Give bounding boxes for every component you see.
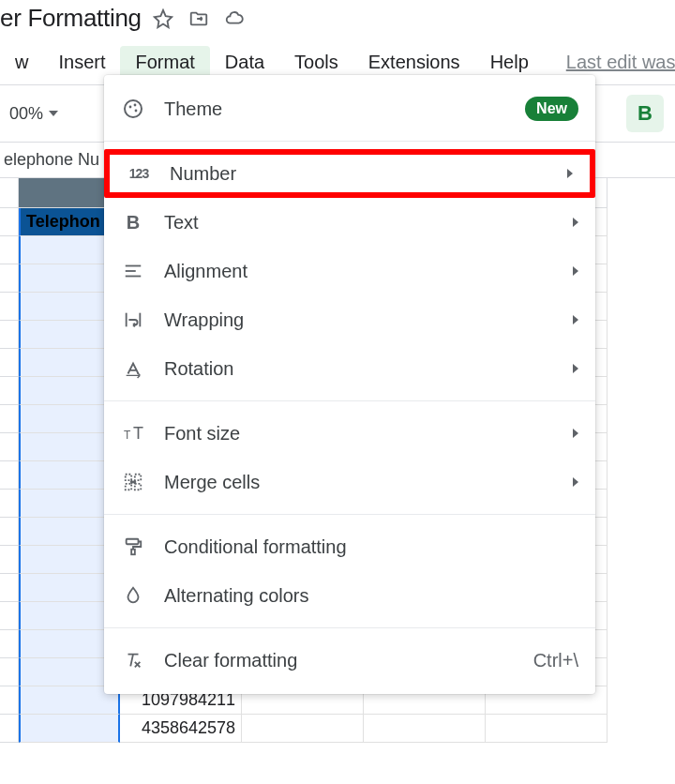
menu-label: Merge cells [164,472,573,493]
menu-label: Wrapping [164,309,573,331]
menu-divider [104,141,595,142]
menu-alternating-colors[interactable]: Alternating colors [104,571,595,620]
text-wrap-icon [121,308,145,332]
menu-divider [104,400,595,401]
row-number[interactable] [0,377,19,405]
svg-point-1 [129,106,132,109]
merge-cells-icon [121,470,145,494]
menu-theme[interactable]: Theme New [104,84,595,133]
menu-text[interactable]: B Text [104,198,595,247]
row-number[interactable] [0,236,19,264]
bold-b-icon: B [121,210,145,234]
cloud-save-icon[interactable] [224,8,245,29]
menu-label: Alignment [164,261,573,282]
svg-rect-11 [127,539,139,545]
menu-divider [104,514,595,515]
menu-clear-formatting[interactable]: Clear formatting Ctrl+\ [104,636,595,685]
number-123-icon: 123 [127,161,151,186]
palette-icon [121,97,145,121]
menu-label: Rotation [164,358,573,380]
clear-format-icon [121,648,145,672]
menu-label: Theme [164,98,525,120]
row-number[interactable] [0,518,19,546]
row-number[interactable] [0,264,19,293]
menu-data[interactable]: Data [210,46,279,79]
menu-label: Clear formatting [164,650,533,671]
menu-alignment[interactable]: Alignment [104,247,595,295]
paint-roller-icon [121,535,145,559]
row-number[interactable] [0,490,19,518]
menu-number[interactable]: 123 Number [104,149,595,198]
last-edit-link[interactable]: Last edit was [566,52,675,73]
menu-tools[interactable]: Tools [279,46,353,79]
droplet-icon [121,583,145,608]
menu-view[interactable]: w [0,46,43,79]
keyboard-shortcut: Ctrl+\ [533,650,578,671]
align-left-icon [121,259,145,283]
submenu-arrow-icon [573,315,578,324]
menu-insert[interactable]: Insert [43,46,120,79]
menu-label: Font size [164,423,573,445]
row-number[interactable] [0,433,19,461]
cell[interactable] [19,715,120,743]
menu-wrapping[interactable]: Wrapping [104,295,595,344]
cell[interactable]: 4358642578 [120,715,242,743]
svg-point-2 [134,104,137,107]
bold-button[interactable]: B [626,95,664,132]
row-number[interactable] [0,546,19,574]
select-all-cell[interactable] [0,178,19,208]
menu-label: Conditional formatting [164,536,578,558]
caret-down-icon [49,111,58,116]
submenu-arrow-icon [567,169,573,178]
row-number[interactable] [0,715,19,743]
svg-text:T: T [133,424,143,443]
submenu-arrow-icon [573,218,578,227]
new-badge: New [525,97,578,121]
row-number[interactable] [0,602,19,630]
submenu-arrow-icon [573,477,578,487]
submenu-arrow-icon [573,364,578,373]
row-number[interactable] [0,658,19,686]
cell[interactable] [242,715,364,743]
svg-point-3 [135,110,138,113]
menu-merge-cells[interactable]: Merge cells [104,458,595,506]
font-size-icon: TT [121,421,145,445]
row-number[interactable] [0,405,19,433]
menu-help[interactable]: Help [475,46,544,79]
zoom-selector[interactable]: 00% [0,104,68,124]
menu-label: Text [164,212,573,234]
menu-divider [104,627,595,628]
row-number[interactable] [0,349,19,377]
submenu-arrow-icon [573,266,578,276]
row-number[interactable] [0,293,19,321]
row-number[interactable] [0,321,19,349]
row-number[interactable] [0,461,19,490]
menu-extensions[interactable]: Extensions [353,46,475,79]
row-number[interactable] [0,686,19,715]
row-number[interactable] [0,574,19,602]
svg-rect-12 [131,550,135,555]
title-row: er Formatting [0,0,675,40]
cell[interactable] [364,715,486,743]
format-menu-dropdown: Theme New 123 Number B Text Alignment Wr… [104,75,595,694]
document-title[interactable]: er Formatting [0,4,142,33]
submenu-arrow-icon [573,429,578,438]
cell[interactable] [486,715,608,743]
svg-text:T: T [124,429,131,442]
row-number[interactable] [0,208,19,236]
row-number[interactable] [0,630,19,658]
menu-font-size[interactable]: TT Font size [104,409,595,458]
zoom-value: 00% [9,104,43,124]
text-rotation-icon [121,356,145,381]
menu-label: Number [170,163,567,185]
svg-point-0 [125,100,142,117]
menu-label: Alternating colors [164,585,578,607]
menu-rotation[interactable]: Rotation [104,344,595,393]
move-folder-icon[interactable] [188,8,209,29]
menu-format[interactable]: Format [120,46,209,79]
star-icon[interactable] [153,8,173,29]
menu-conditional-formatting[interactable]: Conditional formatting [104,522,595,571]
